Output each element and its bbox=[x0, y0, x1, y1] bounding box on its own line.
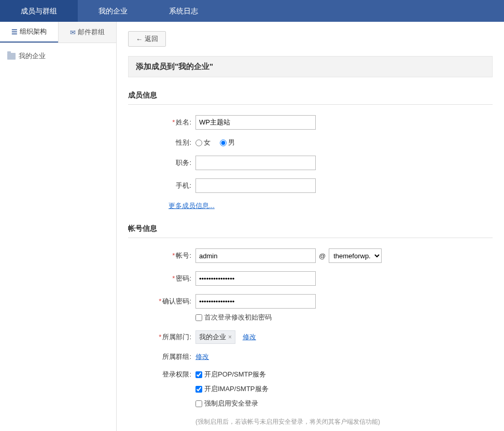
radio-female-input[interactable] bbox=[195, 140, 202, 146]
label-confirm-password: *确认密码: bbox=[128, 294, 195, 306]
remove-dept-icon[interactable]: × bbox=[228, 333, 232, 341]
first-login-change-checkbox[interactable] bbox=[195, 314, 202, 321]
section-account-title: 帐号信息 bbox=[128, 224, 493, 238]
more-member-info-link[interactable]: 更多成员信息... bbox=[169, 202, 215, 210]
department-tag: 我的企业 × bbox=[195, 330, 235, 344]
sidebar-tree: 我的企业 bbox=[0, 43, 116, 69]
tab-org-label: 组织架构 bbox=[20, 27, 47, 36]
at-symbol: @ bbox=[319, 252, 326, 260]
label-phone: 手机: bbox=[128, 181, 195, 190]
sidebar: ☰ 组织架构 ✉ 邮件群组 我的企业 bbox=[0, 22, 117, 431]
back-button-label: 返回 bbox=[145, 34, 158, 44]
label-account: *帐号: bbox=[128, 251, 195, 260]
nav-my-company[interactable]: 我的企业 bbox=[78, 0, 148, 22]
tab-mail-groups[interactable]: ✉ 邮件群组 bbox=[58, 22, 117, 43]
perm-secure-login-label: 强制启用安全登录 bbox=[204, 399, 258, 408]
perm-imap-smtp-label: 开启IMAP/SMTP服务 bbox=[204, 384, 269, 394]
page-title: 添加成员到"我的企业" bbox=[128, 56, 493, 77]
label-name: *姓名: bbox=[128, 118, 195, 127]
confirm-password-input[interactable] bbox=[195, 294, 316, 309]
first-login-change-label: 首次登录修改初始密码 bbox=[204, 313, 272, 322]
perm-pop-smtp-checkbox[interactable] bbox=[195, 371, 202, 378]
arrow-left-icon: ← bbox=[136, 35, 143, 43]
list-icon: ☰ bbox=[11, 28, 18, 36]
mail-icon: ✉ bbox=[70, 29, 76, 36]
tab-mail-label: 邮件群组 bbox=[78, 27, 105, 37]
account-input[interactable] bbox=[195, 248, 316, 263]
radio-female[interactable]: 女 bbox=[195, 138, 211, 147]
label-position: 职务: bbox=[128, 158, 195, 168]
modify-department-link[interactable]: 修改 bbox=[243, 333, 256, 341]
modify-group-link[interactable]: 修改 bbox=[195, 353, 209, 360]
section-member-title: 成员信息 bbox=[128, 91, 493, 105]
nav-system-log[interactable]: 系统日志 bbox=[148, 0, 219, 22]
label-department: *所属部门: bbox=[128, 332, 195, 342]
top-nav: 成员与群组 我的企业 系统日志 bbox=[0, 0, 504, 22]
perm-imap-smtp-checkbox[interactable] bbox=[195, 386, 202, 393]
folder-icon bbox=[7, 53, 16, 60]
tree-root-label: 我的企业 bbox=[19, 51, 46, 61]
radio-male-input[interactable] bbox=[220, 140, 227, 146]
perm-pop-smtp-label: 开启POP/SMTP服务 bbox=[204, 370, 266, 379]
label-gender: 性别: bbox=[128, 138, 195, 147]
back-button[interactable]: ← 返回 bbox=[128, 31, 166, 47]
phone-input[interactable] bbox=[195, 178, 316, 193]
label-group: 所属群组: bbox=[128, 352, 195, 362]
section-account-info: 帐号信息 *帐号: @ themeforwp. *密码: bbox=[128, 224, 493, 426]
tree-root-item[interactable]: 我的企业 bbox=[0, 48, 116, 64]
radio-male[interactable]: 男 bbox=[220, 138, 235, 147]
tab-org-structure[interactable]: ☰ 组织架构 bbox=[0, 22, 58, 43]
section-member-info: 成员信息 *姓名: 性别: 女 男 bbox=[128, 91, 493, 211]
domain-select[interactable]: themeforwp. bbox=[329, 248, 382, 263]
sidebar-tabs: ☰ 组织架构 ✉ 邮件群组 bbox=[0, 22, 116, 43]
perm-secure-login-checkbox[interactable] bbox=[195, 400, 202, 407]
permissions-hint: (强制启用后，若该帐号未启用安全登录，将关闭其客户端发信功能) bbox=[195, 418, 493, 426]
nav-members-groups[interactable]: 成员与群组 bbox=[0, 0, 78, 22]
label-permissions: 登录权限: bbox=[128, 370, 195, 379]
content-area: ← 返回 添加成员到"我的企业" 成员信息 *姓名: 性别: 女 bbox=[117, 22, 504, 431]
label-password: *密码: bbox=[128, 274, 195, 283]
name-input[interactable] bbox=[195, 115, 316, 130]
position-input[interactable] bbox=[195, 156, 316, 170]
password-input[interactable] bbox=[195, 271, 316, 286]
